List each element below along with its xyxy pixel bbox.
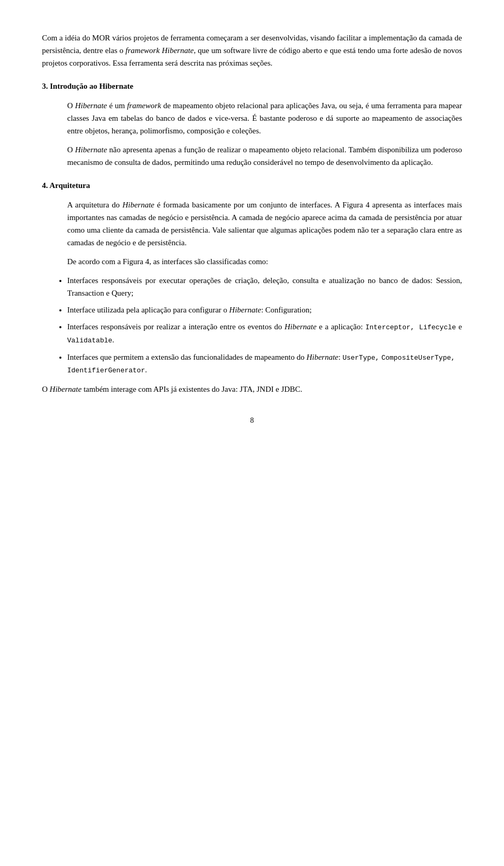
usertype-code: UserType, [342,354,379,362]
section4-classification: De acordo com a Figura 4, as interfaces … [42,255,462,268]
section3-paragraph1: O Hibernate é um framework de mapeamento… [67,99,462,137]
framework-italic: framework [125,46,160,55]
bullet-list: Interfaces responsáveis por executar ope… [67,274,462,377]
bullet-item-3: Interfaces responsáveis por realizar a i… [67,320,462,347]
interceptor-code: Interceptor, Lifecycle [365,324,456,331]
hibernate-italic-bullet3: Hibernate [285,322,317,331]
section4-heading: 4. Arquitetura [42,181,462,190]
hibernate-italic-s4p1: Hibernate [122,201,154,209]
framework-italic-s3p1: framework [127,101,161,110]
page-number: 8 [42,416,462,425]
bullet-item-2: Interface utilizada pela aplicação para … [67,304,462,316]
hibernate-italic-s3p2: Hibernate [75,145,107,154]
hibernate-italic-intro: Hibernate [162,46,194,55]
validatable-code: Validatable [67,337,112,345]
section3-heading: 3. Introdução ao Hibernate [42,82,462,91]
hibernate-italic-bullet2: Hibernate [229,306,261,314]
compositeusertype-code: CompositeUserType, [381,354,455,362]
hibernate-italic-s3p1: Hibernate [75,101,107,110]
section4-final-paragraph: O Hibernate também interage com APIs já … [42,383,462,395]
section4-intro-content: A arquitetura do Hibernate é formada bas… [42,199,462,249]
identifiergenerator-code: IdentifierGenerator [67,367,145,374]
hibernate-italic-final: Hibernate [50,385,82,393]
section3-content: O Hibernate é um framework de mapeamento… [42,99,462,169]
hibernate-italic-bullet4: Hibernate [307,353,339,361]
section3-paragraph2: O Hibernate não apresenta apenas a funçã… [67,143,462,169]
page: Com a idéia do MOR vários projetos de fe… [0,0,504,866]
section4-paragraph1: A arquitetura do Hibernate é formada bas… [67,199,462,249]
bullet-item-4: Interfaces que permitem a extensão das f… [67,351,462,377]
intro-paragraph: Com a idéia do MOR vários projetos de fe… [42,32,462,69]
bullet-item-1: Interfaces responsáveis por executar ope… [67,274,462,299]
